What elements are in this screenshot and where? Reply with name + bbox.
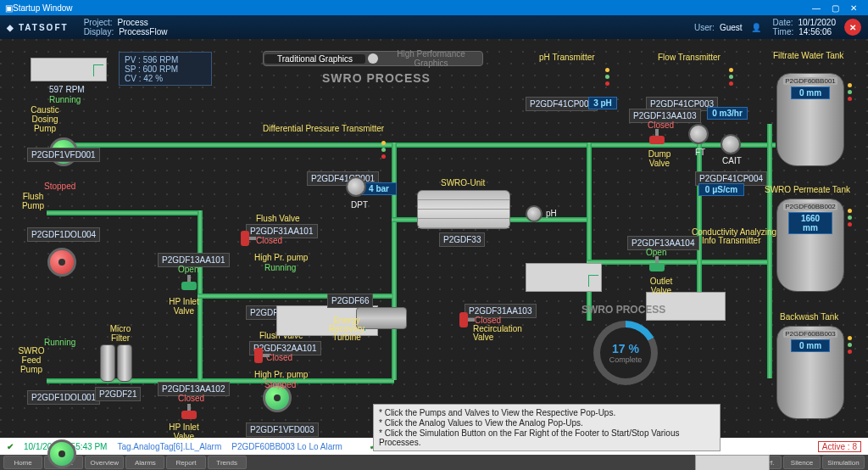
- hpinlet2-name: HP Inlet Valve: [161, 422, 207, 441]
- footer-overview[interactable]: Overview: [85, 456, 124, 469]
- flow-ind: [729, 68, 734, 88]
- hpinlet1-valve[interactable]: [181, 275, 197, 294]
- tank2-name: SWRO Permeate Tank: [765, 185, 850, 194]
- flushv1-valve[interactable]: [237, 231, 256, 246]
- project-value: Process: [118, 18, 148, 27]
- ert-tag: P2GDF66: [327, 294, 373, 308]
- toggle-knob[interactable]: [368, 53, 378, 64]
- hpp1-name: High Pr. pump: [254, 253, 308, 262]
- maximize-button[interactable]: ▢: [826, 3, 844, 13]
- recirc-valve[interactable]: [456, 312, 475, 327]
- app-header: ◆ TATSOFT Project:Process Display:Proces…: [0, 15, 868, 39]
- dpt-indicators: [381, 141, 387, 161]
- window-title: Startup Window: [13, 3, 73, 13]
- ft-gauge[interactable]: [688, 124, 709, 144]
- outlet-name: Outlet Valve: [643, 277, 680, 295]
- tank3[interactable]: P2GDF60BB003 0 mm: [776, 326, 844, 419]
- cait-gauge[interactable]: [721, 134, 741, 154]
- hints-panel: * Click the Pumps and Valves to View the…: [373, 404, 721, 451]
- flushv1-status: Closed: [256, 236, 282, 245]
- exit-button[interactable]: ✕: [844, 19, 861, 36]
- pipe: [72, 143, 776, 148]
- ph-tag: P2GDF41CP002: [526, 97, 598, 111]
- dump-valve[interactable]: [649, 129, 665, 148]
- tank1-value[interactable]: 0 mm: [791, 87, 830, 99]
- hpinlet2-status: Closed: [178, 394, 204, 403]
- dump-name: Dump Valve: [643, 149, 676, 168]
- ph-code: pH: [546, 209, 557, 218]
- caustic-tag: P2GDF1VFD001: [27, 148, 100, 162]
- alarm1-desc: Tag.AnalogTag[6].LL_Alarm: [117, 442, 221, 451]
- pipe: [697, 143, 702, 295]
- dpt-gauge[interactable]: [346, 176, 366, 197]
- swro-unit[interactable]: [417, 190, 510, 229]
- outlet-valve[interactable]: [649, 256, 665, 275]
- flush-tag: P2GDF1DOL004: [27, 227, 100, 242]
- time-label: Time:: [773, 27, 794, 36]
- hint-2: * Click the Analog Values to View the An…: [379, 418, 715, 428]
- toggle-traditional[interactable]: Traditional Graphics: [264, 54, 365, 64]
- ph-ind: [605, 68, 610, 88]
- cond-trend[interactable]: [695, 455, 770, 470]
- hpp1-status: Running: [264, 263, 296, 272]
- cond-name2: Info Transmitter: [702, 236, 760, 245]
- dpt-name: Differential Pressure Transmitter: [263, 124, 384, 133]
- progress-label: Complete: [609, 355, 643, 364]
- toggle-hp[interactable]: High Performance Graphics: [381, 49, 481, 68]
- tank1[interactable]: P2GDF60BB001 0 mm: [776, 73, 844, 166]
- user-icon[interactable]: 👤: [751, 23, 761, 32]
- micro-filter[interactable]: [100, 344, 132, 382]
- hpp2-tag: P2GDF1VFD003: [246, 422, 319, 437]
- graphics-toggle[interactable]: Traditional Graphics High Performance Gr…: [263, 51, 483, 66]
- pv-panel[interactable]: PV : 596 RPM SP : 600 RPM CV : 42 %: [119, 52, 212, 86]
- ph-sensor[interactable]: [526, 205, 542, 222]
- cv-row: CV : 42 %: [125, 74, 206, 83]
- hpinlet1-name: HP Inlet Valve: [161, 297, 207, 316]
- flow-value[interactable]: 0 m3/hr: [707, 107, 748, 120]
- ph-value[interactable]: 3 pH: [588, 97, 617, 109]
- app-icon: ▣: [5, 3, 13, 13]
- time-value: 14:56:06: [798, 27, 832, 36]
- tank2[interactable]: P2GDF60BB002 1660 mm: [776, 199, 844, 292]
- pipe: [767, 124, 772, 378]
- flush-name: Flush Pump: [17, 192, 49, 210]
- tank1-tag: P2GDF60BB001: [783, 77, 837, 85]
- main-title: SWRO PROCESS: [322, 71, 431, 85]
- sp-row: SP : 600 RPM: [125, 64, 206, 74]
- footer-home[interactable]: Home: [3, 456, 42, 469]
- feed-pump[interactable]: [47, 439, 76, 468]
- caustic-trend[interactable]: [31, 58, 107, 81]
- flushv2-valve[interactable]: [251, 348, 270, 363]
- tank3-value[interactable]: 0 mm: [791, 339, 830, 352]
- title-bar: ▣ Startup Window — ▢ ✕: [0, 0, 868, 15]
- footer-alarms[interactable]: Alarms: [125, 456, 164, 469]
- hint-1: * Click the Pumps and Valves to View the…: [379, 408, 715, 417]
- micro-tag: P2GDF21: [95, 387, 141, 401]
- hpinlet2-valve[interactable]: [181, 404, 197, 422]
- flow-name: Flow Transmitter: [658, 53, 721, 62]
- hpinlet1-status: Open: [178, 265, 198, 274]
- footer-trends[interactable]: Trends: [208, 456, 247, 469]
- dpt-value[interactable]: 4 bar: [361, 182, 397, 195]
- dpt-code: DPT: [351, 200, 368, 210]
- flushv2-status: Closed: [266, 353, 292, 362]
- user-value: Guest: [720, 23, 743, 32]
- ert-name3: Turbine: [326, 333, 368, 342]
- footer-simulation[interactable]: Simulation: [822, 456, 865, 469]
- footer-silence[interactable]: Silence: [783, 456, 821, 469]
- close-button[interactable]: ✕: [844, 3, 863, 13]
- tank2-tag: P2GDF60BB002: [783, 203, 837, 210]
- ph-trend[interactable]: [526, 263, 602, 292]
- date-value: 10/1/2020: [798, 18, 837, 27]
- pipe: [47, 210, 199, 215]
- footer-report[interactable]: Report: [166, 456, 205, 469]
- flush-pump[interactable]: [47, 248, 76, 277]
- project-label: Project:: [84, 18, 113, 27]
- tank2-value[interactable]: 1660 mm: [788, 212, 832, 234]
- user-label: User:: [694, 23, 715, 32]
- minimize-button[interactable]: —: [807, 3, 826, 13]
- hint-3: * Click the Simulation Button on the Far…: [379, 428, 715, 447]
- active-badge[interactable]: Active : 8: [818, 441, 861, 452]
- cait-value[interactable]: 0 μS/cm: [698, 183, 744, 196]
- micro-name: Micro Filter: [103, 324, 137, 343]
